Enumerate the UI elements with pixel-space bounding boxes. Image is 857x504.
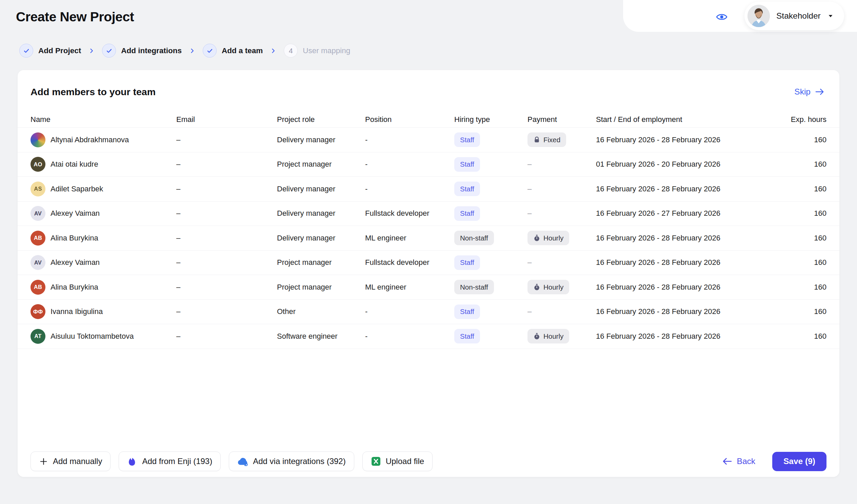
payment-cell: Hourly: [527, 231, 596, 245]
table-row[interactable]: ФФIvanna Ibigulina–Other-Staff–16 Februa…: [18, 300, 839, 325]
add-via-integrations-392-button[interactable]: Add via integrations (392): [229, 452, 354, 471]
user-menu[interactable]: Stakeholder: [744, 2, 844, 30]
hiring-type-cell: Staff: [454, 329, 527, 344]
payment-cell: –: [527, 258, 596, 267]
member-name: Alina Burykina: [51, 234, 98, 243]
table-row[interactable]: Altynai Abdrakhmanova–Delivery manager-S…: [18, 128, 839, 152]
table-row[interactable]: ABAlina Burykina–Delivery managerML engi…: [18, 226, 839, 251]
add-manually-button[interactable]: Add manually: [31, 452, 111, 471]
arrow-right-icon: [815, 88, 824, 96]
column-header-role: Project role: [277, 115, 365, 124]
payment-cell: –: [527, 209, 596, 218]
avatar: AV: [31, 206, 46, 221]
step-1-add-project[interactable]: Add Project: [19, 44, 81, 57]
position: -: [365, 185, 454, 193]
position: Fullstack developer: [365, 258, 454, 267]
payment-cell: –: [527, 307, 596, 316]
step-2-add-integrations[interactable]: Add integrations: [102, 44, 182, 57]
project-role: Other: [277, 307, 365, 316]
step-number-circle: 4: [284, 44, 298, 57]
member-email: –: [176, 307, 277, 316]
payment-empty: –: [527, 160, 532, 168]
project-role: Delivery manager: [277, 185, 365, 193]
add-actions-group: Add manuallyAdd from Enji (193)Add via i…: [31, 452, 433, 471]
chevron-right-icon: [88, 48, 95, 54]
position: -: [365, 332, 454, 341]
expected-hours: 160: [786, 234, 826, 243]
member-name-cell: AOAtai otai kudre: [31, 157, 176, 172]
project-role: Software engineer: [277, 332, 365, 341]
skip-label: Skip: [794, 87, 810, 97]
project-role: Project manager: [277, 160, 365, 169]
user-avatar: [747, 5, 770, 27]
expected-hours: 160: [786, 332, 826, 341]
employment-dates: 16 February 2026 - 28 February 2026: [596, 136, 786, 144]
hiring-type-cell: Staff: [454, 206, 527, 221]
column-header-email: Email: [176, 115, 277, 124]
table-row[interactable]: ATAisuluu Toktomambetova–Software engine…: [18, 324, 839, 349]
payment-cell: Hourly: [527, 280, 596, 294]
nav-actions-group: Back Save (9): [720, 452, 826, 471]
hiring-type-badge: Staff: [454, 133, 480, 147]
avatar: ФФ: [31, 304, 46, 319]
member-name-cell: Altynai Abdrakhmanova: [31, 133, 176, 147]
hiring-type-badge: Non-staff: [454, 231, 494, 245]
payment-badge: Hourly: [527, 280, 569, 294]
column-header-hiring: Hiring type: [454, 115, 527, 124]
avatar: AS: [31, 181, 46, 196]
hiring-type-cell: Staff: [454, 133, 527, 147]
member-name: Alexey Vaiman: [51, 209, 100, 218]
expected-hours: 160: [786, 258, 826, 267]
payment-cell: Fixed: [527, 133, 596, 147]
upload-file-button[interactable]: Upload file: [363, 452, 433, 471]
payment-cell: Hourly: [527, 329, 596, 344]
member-email: –: [176, 160, 277, 169]
payment-empty: –: [527, 209, 532, 218]
avatar: [31, 133, 46, 147]
step-3-add-a-team[interactable]: Add a team: [203, 44, 263, 57]
card-actions: Add manuallyAdd from Enji (193)Add via i…: [31, 452, 826, 471]
member-name: Aisuluu Toktomambetova: [51, 332, 134, 341]
table-header-row: NameEmailProject rolePositionHiring type…: [18, 111, 839, 128]
employment-dates: 01 February 2026 - 20 February 2026: [596, 160, 786, 169]
position: Fullstack developer: [365, 209, 454, 218]
column-header-hours: Exp. hours: [786, 115, 826, 124]
table-row[interactable]: AOAtai otai kudre–Project manager-Staff–…: [18, 152, 839, 177]
hiring-type-cell: Staff: [454, 181, 527, 196]
payment-empty: –: [527, 258, 532, 266]
back-button[interactable]: Back: [720, 456, 757, 466]
project-role: Delivery manager: [277, 234, 365, 243]
avatar: AT: [31, 329, 46, 344]
chevron-right-icon: [189, 48, 196, 54]
payment-empty: –: [527, 185, 532, 193]
arrow-left-icon: [722, 457, 732, 465]
payment-label: Hourly: [543, 283, 564, 291]
payment-badge: Fixed: [527, 133, 566, 147]
add-from-enji-193-button[interactable]: Add from Enji (193): [119, 452, 221, 471]
position: -: [365, 160, 454, 169]
member-email: –: [176, 234, 277, 243]
position: -: [365, 307, 454, 316]
wizard-stepper: Add ProjectAdd integrationsAdd a team4Us…: [19, 44, 350, 57]
payment-cell: –: [527, 160, 596, 169]
payment-label: Hourly: [543, 234, 564, 242]
lock-icon: [533, 136, 540, 143]
team-members-card: Add members to your team Skip NameEmailP…: [18, 70, 839, 477]
member-name-cell: ABAlina Burykina: [31, 280, 176, 295]
payment-badge: Hourly: [527, 231, 569, 245]
table-row[interactable]: AVAlexey Vaiman–Delivery managerFullstac…: [18, 202, 839, 226]
skip-button[interactable]: Skip: [792, 87, 826, 97]
employment-dates: 16 February 2026 - 27 February 2026: [596, 209, 786, 218]
table-row[interactable]: AVAlexey Vaiman–Project managerFullstack…: [18, 251, 839, 275]
payment-empty: –: [527, 307, 532, 316]
table-row[interactable]: ABAlina Burykina–Project managerML engin…: [18, 275, 839, 300]
member-name: Ivanna Ibigulina: [51, 307, 103, 316]
step-4-user-mapping[interactable]: 4User mapping: [284, 44, 350, 57]
position: ML engineer: [365, 234, 454, 243]
table-row[interactable]: ASAdilet Saparbek–Delivery manager-Staff…: [18, 177, 839, 202]
preview-eye-button[interactable]: [713, 10, 730, 24]
member-name-cell: ABAlina Burykina: [31, 231, 176, 246]
hiring-type-badge: Staff: [454, 305, 480, 319]
save-button[interactable]: Save (9): [772, 452, 826, 471]
avatar: AV: [31, 255, 46, 270]
